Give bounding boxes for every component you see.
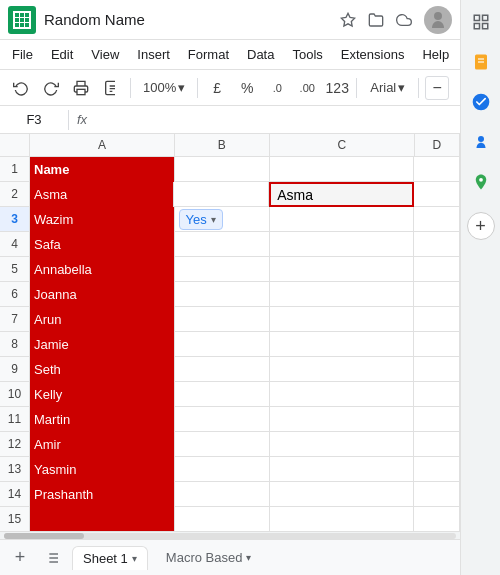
cell-a10[interactable]: Kelly (30, 382, 175, 407)
cell-b2[interactable] (174, 182, 269, 207)
cell-a13[interactable]: Yasmin (30, 457, 175, 482)
cell-c13[interactable] (270, 457, 415, 482)
cloud-icon[interactable] (392, 8, 416, 32)
cell-d1[interactable] (414, 157, 460, 182)
zoom-select[interactable]: 100% ▾ (137, 78, 191, 97)
cell-c11[interactable] (270, 407, 415, 432)
cell-c15[interactable] (270, 507, 415, 531)
cell-a5[interactable]: Annabella (30, 257, 175, 282)
contacts-sidebar-icon[interactable] (467, 128, 495, 156)
menu-extensions[interactable]: Extensions (333, 44, 413, 65)
sheets-sidebar-icon[interactable] (467, 8, 495, 36)
cell-d6[interactable] (414, 282, 460, 307)
cell-c10[interactable] (270, 382, 415, 407)
horizontal-scrollbar[interactable] (4, 533, 456, 539)
cell-d4[interactable] (414, 232, 460, 257)
cell-a12[interactable]: Amir (30, 432, 175, 457)
cell-a1[interactable]: Name (30, 157, 175, 182)
menu-insert[interactable]: Insert (129, 44, 178, 65)
cell-a2[interactable]: Asma (30, 182, 174, 207)
menu-edit[interactable]: Edit (43, 44, 81, 65)
cell-d7[interactable] (414, 307, 460, 332)
cell-c12[interactable] (270, 432, 415, 457)
avatar[interactable] (424, 6, 452, 34)
add-sidebar-button[interactable]: + (467, 212, 495, 240)
dropdown-button[interactable]: Yes ▾ (179, 209, 223, 230)
cell-d8[interactable] (414, 332, 460, 357)
keep-sidebar-icon[interactable] (467, 48, 495, 76)
paint-format-button[interactable] (98, 75, 124, 101)
cell-c8[interactable] (270, 332, 415, 357)
cell-b10[interactable] (175, 382, 270, 407)
add-sheet-button[interactable]: + (8, 546, 32, 570)
folder-icon[interactable] (364, 8, 388, 32)
col-header-d[interactable]: D (415, 134, 460, 156)
scrollbar-thumb[interactable] (4, 533, 84, 539)
cell-b11[interactable] (175, 407, 270, 432)
cell-a4[interactable]: Safa (30, 232, 175, 257)
decimal-increase-button[interactable]: .00 (294, 75, 320, 101)
cell-a6[interactable]: Joanna (30, 282, 175, 307)
cell-b3[interactable]: Yes ▾ (175, 207, 270, 232)
cell-c3[interactable] (270, 207, 415, 232)
tasks-sidebar-icon[interactable] (467, 88, 495, 116)
font-size-decrease[interactable]: − (425, 76, 449, 100)
print-button[interactable] (68, 75, 94, 101)
cell-c4[interactable] (270, 232, 415, 257)
cell-a14[interactable]: Prashanth (30, 482, 175, 507)
currency-button[interactable]: £ (204, 75, 230, 101)
cell-c2[interactable]: Asma (269, 182, 414, 207)
sheet-list-button[interactable] (40, 546, 64, 570)
menu-tools[interactable]: Tools (284, 44, 330, 65)
cell-d2[interactable] (414, 182, 460, 207)
cell-b12[interactable] (175, 432, 270, 457)
decimal-decrease-button[interactable]: .0 (264, 75, 290, 101)
cell-b15[interactable] (175, 507, 270, 531)
col-header-a[interactable]: A (30, 134, 175, 156)
cell-d3[interactable] (414, 207, 460, 232)
cell-a8[interactable]: Jamie (30, 332, 175, 357)
cell-b5[interactable] (175, 257, 270, 282)
cell-c7[interactable] (270, 307, 415, 332)
cell-d15[interactable] (414, 507, 460, 531)
formula-input[interactable] (95, 112, 456, 127)
col-header-b[interactable]: B (175, 134, 270, 156)
cell-c9[interactable] (270, 357, 415, 382)
cell-d12[interactable] (414, 432, 460, 457)
cell-d11[interactable] (414, 407, 460, 432)
menu-file[interactable]: File (4, 44, 41, 65)
cell-d9[interactable] (414, 357, 460, 382)
cell-a3[interactable]: Wazim (30, 207, 175, 232)
cell-d13[interactable] (414, 457, 460, 482)
cell-c14[interactable] (270, 482, 415, 507)
cell-reference-input[interactable] (4, 110, 64, 129)
cell-b13[interactable] (175, 457, 270, 482)
number-format-button[interactable]: 123 (324, 75, 350, 101)
maps-sidebar-icon[interactable] (467, 168, 495, 196)
cell-d14[interactable] (414, 482, 460, 507)
menu-help[interactable]: Help (414, 44, 457, 65)
cell-b8[interactable] (175, 332, 270, 357)
cell-a11[interactable]: Martin (30, 407, 175, 432)
menu-view[interactable]: View (83, 44, 127, 65)
col-header-c[interactable]: C (270, 134, 415, 156)
macro-tab[interactable]: Macro Based ▾ (156, 546, 262, 569)
menu-format[interactable]: Format (180, 44, 237, 65)
cell-b1[interactable] (175, 157, 270, 182)
percent-button[interactable]: % (234, 75, 260, 101)
cell-b6[interactable] (175, 282, 270, 307)
cell-b14[interactable] (175, 482, 270, 507)
cell-b7[interactable] (175, 307, 270, 332)
cell-a9[interactable]: Seth (30, 357, 175, 382)
font-select[interactable]: Arial ▾ (363, 77, 412, 98)
cell-c5[interactable] (270, 257, 415, 282)
cell-b4[interactable] (175, 232, 270, 257)
redo-button[interactable] (38, 75, 64, 101)
cell-d10[interactable] (414, 382, 460, 407)
cell-c6[interactable] (270, 282, 415, 307)
cell-a15[interactable] (30, 507, 175, 531)
menu-data[interactable]: Data (239, 44, 282, 65)
undo-button[interactable] (8, 75, 34, 101)
cell-d5[interactable] (414, 257, 460, 282)
cell-a7[interactable]: Arun (30, 307, 175, 332)
